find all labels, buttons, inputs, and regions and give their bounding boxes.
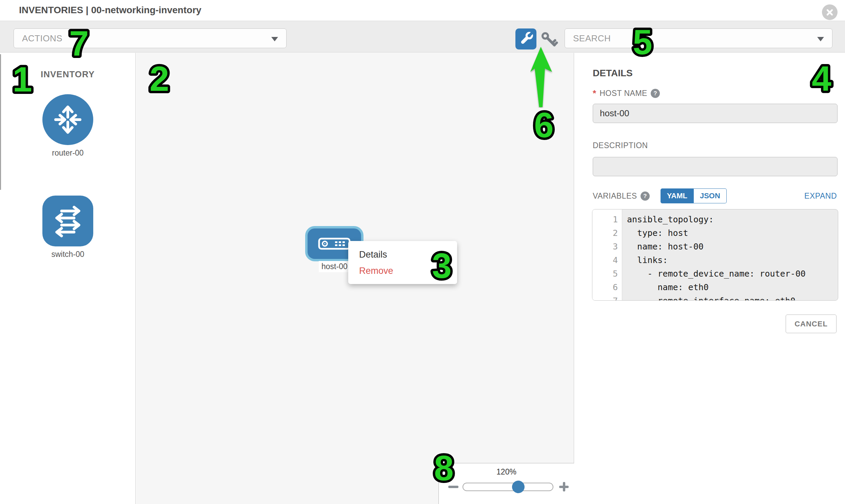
required-marker: * [593,88,596,98]
code-line: name: host-00 [627,240,838,253]
line-number: 4 [592,253,622,267]
description-input[interactable] [593,157,838,176]
toolbar: ACTIONS SEARCH [0,21,845,53]
search-dropdown[interactable]: SEARCH [565,29,832,48]
host-node-label: host-00 [319,261,350,272]
actions-dropdown[interactable]: ACTIONS [14,29,286,48]
configure-button[interactable] [515,29,536,50]
help-icon[interactable]: ? [651,89,660,98]
palette-item-router[interactable]: router-00 [42,94,93,158]
code-line: ansible_topology: [627,213,838,227]
code-line: name: eth0 [627,281,838,294]
inventory-topology-page: INVENTORIES | 00-networking-inventory AC… [0,0,845,504]
context-menu-details[interactable]: Details [359,247,457,263]
host-icon [318,236,351,251]
help-icon[interactable]: ? [640,192,650,201]
line-number: 1 [592,213,622,227]
wrench-icon [517,30,535,48]
details-panel: DETAILS * HOST NAME ? DESCRIPTION VARIAB… [575,53,845,504]
description-label: DESCRIPTION [593,141,648,150]
zoom-level-label: 120% [439,467,574,476]
variables-code-editor[interactable]: 1 2 3 4 5 6 7 ansible_topology: type: ho… [592,209,838,301]
zoom-slider-handle[interactable] [512,481,525,493]
description-label-row: DESCRIPTION [593,141,648,150]
expand-link[interactable]: EXPAND [804,192,837,201]
search-dropdown-label: SEARCH [573,33,611,44]
code-line: - remote_device_name: router-00 [627,267,838,281]
variables-format-toggle: YAML JSON [661,188,727,203]
code-line: type: host [627,227,838,240]
node-context-menu: Details Remove [348,241,457,284]
page-header: INVENTORIES | 00-networking-inventory [0,0,845,21]
zoom-out-button[interactable] [448,486,458,488]
palette-item-label: switch-00 [42,250,93,259]
cancel-button[interactable]: CANCEL [786,314,837,333]
host-name-label: HOST NAME [599,89,647,98]
switch-icon [42,196,93,247]
chevron-down-icon [817,37,824,41]
chevron-down-icon [271,37,278,41]
yaml-toggle-button[interactable]: YAML [661,188,694,203]
line-number: 3 [592,240,622,253]
host-name-label-row: * HOST NAME ? [593,88,660,98]
line-number: 5 [592,267,622,281]
inventory-sidebar: INVENTORY router-00 [0,53,136,504]
actions-dropdown-label: ACTIONS [22,33,63,44]
code-line: links: [627,253,838,267]
sidebar-title: INVENTORY [41,69,94,80]
key-icon [540,31,558,49]
context-menu-remove[interactable]: Remove [359,263,457,279]
page-title: INVENTORIES | 00-networking-inventory [19,5,201,16]
variables-row: VARIABLES ? YAML JSON EXPAND [593,188,837,203]
variables-label: VARIABLES [593,192,637,201]
line-number: 2 [592,227,622,240]
zoom-in-button[interactable] [559,482,569,491]
line-number: 6 [592,281,622,294]
line-number: 7 [592,294,622,301]
palette-item-label: router-00 [42,148,93,158]
details-panel-title: DETAILS [593,68,633,79]
editor-code-area[interactable]: ansible_topology: type: host name: host-… [622,210,838,300]
topology-canvas[interactable]: host-00 Details Remove 120% [136,53,574,504]
editor-line-numbers: 1 2 3 4 5 6 7 [592,210,622,300]
palette-item-switch[interactable]: switch-00 [42,196,93,259]
zoom-slider-track[interactable] [462,483,553,491]
code-line: remote_interface_name: eth0 [627,294,838,301]
json-toggle-button[interactable]: JSON [694,188,727,203]
zoom-widget: 120% [438,463,574,504]
sidebar-scrollbar[interactable] [0,54,1,190]
key-button[interactable] [540,31,558,49]
close-icon[interactable] [822,4,838,20]
router-icon [42,94,93,145]
host-name-input[interactable] [593,104,838,123]
